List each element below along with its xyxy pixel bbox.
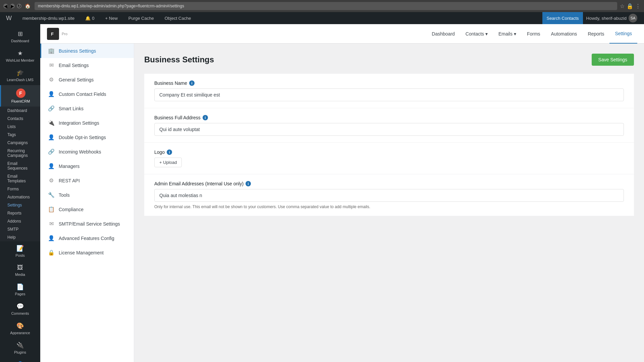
sub-item-recurring[interactable]: Recurring Campaigns bbox=[0, 147, 40, 160]
business-name-input[interactable] bbox=[154, 88, 624, 101]
sub-item-smtp[interactable]: SMTP bbox=[0, 225, 40, 233]
sub-item-reports[interactable]: Reports bbox=[0, 209, 40, 217]
browser-refresh-button[interactable]: ↻ bbox=[17, 4, 21, 8]
settings-item-integration[interactable]: 🔌 Integration Settings bbox=[40, 116, 134, 130]
main-layout: ⊞ Dashboard ★ WishList Member 🎓 LearnDas… bbox=[0, 24, 644, 362]
sidebar-item-appearance-label: Appearance bbox=[10, 331, 30, 335]
sidebar-item-media-label: Media bbox=[15, 273, 25, 277]
browser-actions: ☆ 🔒 ⋮ bbox=[620, 3, 641, 9]
settings-item-smart-links-label: Smart Links bbox=[59, 106, 84, 111]
sidebar-item-users[interactable]: 👤 Users bbox=[0, 358, 40, 362]
sub-item-help[interactable]: Help bbox=[0, 233, 40, 241]
sidebar-item-wishlist[interactable]: ★ WishList Member bbox=[0, 46, 40, 66]
settings-item-email-label: Email Settings bbox=[59, 63, 89, 68]
wp-purge-cache-label: Purge Cache bbox=[128, 16, 154, 21]
admin-email-input[interactable] bbox=[154, 189, 624, 202]
topnav-dashboard[interactable]: Dashboard bbox=[426, 24, 460, 44]
address-bar[interactable]: membership-dmlu.wp1.site/wp-admin/admin.… bbox=[35, 2, 617, 10]
integration-icon: 🔌 bbox=[48, 120, 55, 126]
wp-admin-bar: W membership-dmlu.wp1.site 🔔 0 + New Pur… bbox=[0, 12, 644, 24]
upload-logo-button[interactable]: + Upload bbox=[154, 158, 182, 167]
settings-item-rest-api-label: REST API bbox=[59, 178, 80, 183]
sidebar-item-posts-label: Posts bbox=[15, 253, 25, 257]
settings-item-tools-label: Tools bbox=[59, 192, 70, 198]
sidebar-item-learndash[interactable]: 🎓 LearnDash LMS bbox=[0, 66, 40, 85]
settings-item-compliance[interactable]: 📋 Compliance bbox=[40, 202, 134, 217]
extension-icon: 🔒 bbox=[627, 3, 633, 9]
topnav-reports[interactable]: Reports bbox=[582, 24, 609, 44]
wp-logo-icon: W bbox=[6, 15, 12, 22]
admin-email-info-icon[interactable]: i bbox=[246, 181, 251, 186]
logo-info-icon[interactable]: i bbox=[167, 149, 172, 155]
sidebar-item-dashboard[interactable]: ⊞ Dashboard bbox=[0, 27, 40, 46]
topnav-automations[interactable]: Automations bbox=[546, 24, 583, 44]
sub-item-campaigns[interactable]: Campaigns bbox=[0, 139, 40, 147]
settings-item-license[interactable]: 🔒 License Management bbox=[40, 245, 134, 260]
sidebar-item-appearance[interactable]: 🎨 Appearance bbox=[0, 319, 40, 338]
sidebar-item-plugins[interactable]: 🔌 Plugins bbox=[0, 338, 40, 358]
sub-item-settings[interactable]: Settings bbox=[0, 201, 40, 209]
settings-item-double-optin[interactable]: 👤 Double Opt-in Settings bbox=[40, 130, 134, 144]
sub-item-lists[interactable]: Lists bbox=[0, 123, 40, 131]
settings-item-custom-fields[interactable]: 👤 Custom Contact Fields bbox=[40, 87, 134, 101]
app-logo: F Pro bbox=[47, 28, 67, 40]
howdy-item[interactable]: Howdy, sherif-abuzid SA bbox=[583, 14, 641, 22]
general-icon: ⚙ bbox=[48, 76, 55, 83]
browser-home-icon: 🏠 bbox=[25, 3, 31, 9]
compliance-icon: 📋 bbox=[48, 206, 55, 213]
save-settings-button[interactable]: Save Settings bbox=[592, 54, 634, 66]
sidebar-item-posts[interactable]: 📝 Posts bbox=[0, 241, 40, 261]
settings-item-smtp[interactable]: ✉ SMTP/Email Service Settings bbox=[40, 217, 134, 231]
wp-purge-cache-item[interactable]: Purge Cache bbox=[126, 12, 157, 24]
business-address-input[interactable] bbox=[154, 123, 624, 136]
search-contacts-button[interactable]: Search Contacts bbox=[542, 12, 583, 24]
settings-item-business[interactable]: 🏢 Business Settings bbox=[40, 44, 134, 58]
sidebar-item-media[interactable]: 🖼 Media bbox=[0, 261, 40, 280]
settings-item-email[interactable]: ✉ Email Settings bbox=[40, 58, 134, 72]
notify-icon: 🔔 bbox=[85, 16, 91, 21]
business-name-info-icon[interactable]: i bbox=[189, 80, 195, 86]
sub-item-dashboard[interactable]: Dashboard bbox=[0, 107, 40, 115]
sidebar-item-pages[interactable]: 📄 Pages bbox=[0, 280, 40, 299]
settings-item-smtp-label: SMTP/Email Service Settings bbox=[59, 221, 120, 227]
settings-item-managers[interactable]: 👤 Managers bbox=[40, 159, 134, 173]
logo-label: Logo i bbox=[154, 149, 624, 155]
app-logo-image: F bbox=[47, 28, 59, 40]
wp-notify-item[interactable]: 🔔 0 bbox=[83, 12, 97, 24]
topnav-settings[interactable]: Settings bbox=[609, 24, 637, 44]
advanced-icon: 👤 bbox=[48, 235, 55, 241]
wp-site-name: membership-dmlu.wp1.site bbox=[22, 16, 74, 21]
sidebar-item-comments[interactable]: 💬 Comments bbox=[0, 299, 40, 319]
settings-item-webhooks[interactable]: 🔗 Incoming Webhooks bbox=[40, 144, 134, 159]
settings-item-smart-links[interactable]: 🔗 Smart Links bbox=[40, 101, 134, 116]
wp-new-item[interactable]: + New bbox=[103, 12, 120, 24]
sub-item-contacts[interactable]: Contacts bbox=[0, 115, 40, 123]
browser-forward-button[interactable]: ▶ bbox=[10, 4, 15, 8]
sub-item-tags[interactable]: Tags bbox=[0, 131, 40, 139]
wp-site-name-item[interactable]: membership-dmlu.wp1.site bbox=[20, 12, 77, 24]
settings-item-rest-api[interactable]: ⚙ REST API bbox=[40, 173, 134, 188]
settings-item-tools[interactable]: 🔧 Tools bbox=[40, 188, 134, 202]
posts-icon: 📝 bbox=[16, 245, 24, 252]
sub-item-templates[interactable]: Email Templates bbox=[0, 172, 40, 185]
business-address-info-icon[interactable]: i bbox=[203, 115, 208, 120]
sidebar-item-fluentcrm[interactable]: F FluentCRM bbox=[0, 85, 40, 107]
settings-item-general[interactable]: ⚙ General Settings bbox=[40, 72, 134, 87]
topnav-contacts[interactable]: Contacts ▾ bbox=[460, 24, 493, 44]
url-text: membership-dmlu.wp1.site/wp-admin/admin.… bbox=[38, 4, 184, 8]
business-icon: 🏢 bbox=[48, 48, 55, 54]
menu-icon: ⋮ bbox=[635, 3, 641, 9]
topnav-emails[interactable]: Emails ▾ bbox=[493, 24, 522, 44]
license-icon: 🔒 bbox=[48, 249, 55, 256]
sub-item-automations[interactable]: Automations bbox=[0, 193, 40, 201]
wp-object-cache-item[interactable]: Object Cache bbox=[162, 12, 194, 24]
wp-logo-item[interactable]: W bbox=[3, 12, 14, 24]
browser-back-button[interactable]: ◀ bbox=[3, 4, 8, 8]
sub-item-sequences[interactable]: Email Sequences bbox=[0, 160, 40, 172]
sub-item-addons[interactable]: Addons bbox=[0, 217, 40, 225]
sub-item-forms[interactable]: Forms bbox=[0, 185, 40, 193]
topnav-forms[interactable]: Forms bbox=[522, 24, 546, 44]
business-address-label: Business Full Address i bbox=[154, 115, 624, 120]
settings-item-advanced[interactable]: 👤 Advanced Features Config bbox=[40, 231, 134, 245]
form-section: Business Name i Business Full Address i bbox=[144, 74, 634, 216]
